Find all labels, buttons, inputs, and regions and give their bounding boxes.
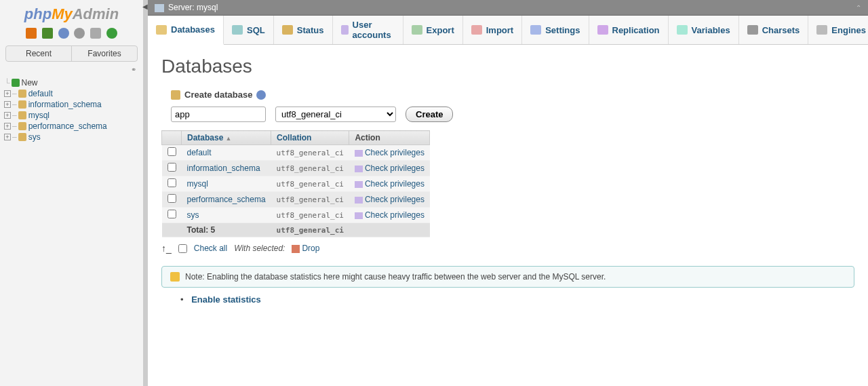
nav-charsets[interactable]: Charsets <box>739 16 809 44</box>
db-link[interactable]: information_schema <box>187 163 260 173</box>
tree-item-mysql[interactable]: +–mysql <box>4 110 139 121</box>
row-checkbox[interactable] <box>167 178 176 187</box>
nav-label: User accounts <box>353 20 395 40</box>
server-label[interactable]: Server: mysql <box>168 3 218 12</box>
check-all-link[interactable]: Check all <box>194 244 227 253</box>
expand-icon[interactable]: + <box>4 134 11 140</box>
note-box: Note: Enabling the database statistics h… <box>161 266 854 288</box>
row-collation: utf8_general_ci <box>271 192 349 208</box>
db-link[interactable]: performance_schema <box>187 195 266 204</box>
logo[interactable]: phpMyAdmin <box>0 0 143 26</box>
database-icon <box>18 100 26 109</box>
nav-import[interactable]: Import <box>463 16 522 44</box>
warning-icon <box>170 272 180 282</box>
check-privileges-link[interactable]: Check privileges <box>365 148 425 157</box>
row-collation: utf8_general_ci <box>271 176 349 192</box>
total-label: Total: 5 <box>182 223 271 237</box>
enable-stats-link[interactable]: Enable statistics <box>191 294 261 305</box>
tree-item-sys[interactable]: +–sys <box>4 132 139 142</box>
nav-status[interactable]: Status <box>274 16 333 44</box>
nav-variables[interactable]: Variables <box>669 16 739 44</box>
splitter[interactable]: ◀ <box>144 0 148 386</box>
db-tree: └New +–default+–information_schema+–mysq… <box>0 75 143 145</box>
th-database[interactable]: Database▲ <box>182 131 271 145</box>
ic-import-icon <box>471 25 482 35</box>
expand-icon[interactable]: + <box>4 123 11 130</box>
nav-label: Import <box>486 25 513 35</box>
create-button[interactable]: Create <box>406 107 453 122</box>
enable-stats-item: Enable statistics <box>161 294 854 305</box>
ic-sql-icon <box>232 25 243 35</box>
server-bar: Server: mysql ⌃ <box>148 0 868 16</box>
th-collation[interactable]: Collation <box>271 131 349 145</box>
tree-item-performance_schema[interactable]: +–performance_schema <box>4 121 139 132</box>
nav-export[interactable]: Export <box>403 16 463 44</box>
expand-icon[interactable]: + <box>4 112 11 119</box>
ic-db-icon <box>156 25 167 35</box>
drop-link[interactable]: Drop <box>302 244 319 253</box>
nav-label: Charsets <box>762 25 800 35</box>
tab-favorites[interactable]: Favorites <box>72 46 137 61</box>
nav-label: Status <box>297 25 324 35</box>
expand-icon[interactable]: + <box>4 90 11 97</box>
nav-label: Variables <box>692 25 730 35</box>
note-text: Note: Enabling the database statistics h… <box>185 272 606 282</box>
collapse-icon[interactable]: ⌃ <box>856 4 861 12</box>
nav-replication[interactable]: Replication <box>589 16 669 44</box>
new-db-icon <box>12 79 20 87</box>
tree-item-label: default <box>28 89 53 98</box>
create-db-header: Create database <box>171 90 854 100</box>
row-checkbox[interactable] <box>167 163 176 172</box>
db-name-input[interactable] <box>171 107 266 122</box>
link-chain-icon[interactable]: ⚭ <box>0 64 143 75</box>
collation-select[interactable]: utf8_general_ci <box>275 107 396 122</box>
logout-icon[interactable] <box>42 28 53 39</box>
check-privileges-link[interactable]: Check privileges <box>365 179 425 189</box>
ic-vars-icon <box>677 25 688 35</box>
row-collation: utf8_general_ci <box>271 208 349 223</box>
settings-icon[interactable] <box>74 28 85 39</box>
logo-part1: php <box>24 5 52 22</box>
tab-recent[interactable]: Recent <box>6 46 72 61</box>
ic-users-icon <box>341 25 349 35</box>
check-all-checkbox[interactable] <box>178 244 187 253</box>
nav-label: SQL <box>247 25 265 35</box>
nav-sql[interactable]: SQL <box>224 16 274 44</box>
db-link[interactable]: default <box>187 148 212 157</box>
check-privileges-link[interactable]: Check privileges <box>365 195 425 204</box>
db-link[interactable]: sys <box>187 210 199 220</box>
tree-item-label: mysql <box>28 111 50 120</box>
topnav: DatabasesSQLStatusUser accountsExportImp… <box>148 16 868 45</box>
nav-settings[interactable]: Settings <box>522 16 589 44</box>
ic-status-icon <box>282 25 293 35</box>
docs-icon[interactable] <box>58 28 69 39</box>
nav-label: Engines <box>831 25 866 35</box>
nav-engines[interactable]: Engines <box>808 16 868 44</box>
tree-item-default[interactable]: +–default <box>4 88 139 99</box>
tree-new[interactable]: └New <box>4 77 139 88</box>
row-checkbox[interactable] <box>167 210 176 218</box>
tree-item-label: performance_schema <box>28 121 107 131</box>
check-privileges-link[interactable]: Check privileges <box>365 210 425 220</box>
reload-icon[interactable] <box>106 28 117 39</box>
create-db-icon <box>171 90 180 100</box>
create-db-form: utf8_general_ci Create <box>171 107 854 122</box>
help-icon[interactable] <box>256 90 266 100</box>
privileges-icon <box>355 150 363 157</box>
sidebar-tabs: Recent Favorites <box>5 45 138 62</box>
row-checkbox[interactable] <box>167 194 176 203</box>
db-link[interactable]: mysql <box>187 179 208 189</box>
nav-user-accounts[interactable]: User accounts <box>333 16 403 44</box>
database-icon <box>18 133 26 141</box>
expand-icon[interactable]: + <box>4 101 11 108</box>
database-icon <box>18 122 26 130</box>
nav-label: Settings <box>545 25 580 35</box>
ic-charsets-icon <box>747 25 758 35</box>
home-icon[interactable] <box>26 28 37 39</box>
check-privileges-link[interactable]: Check privileges <box>365 163 425 173</box>
row-checkbox[interactable] <box>167 147 176 156</box>
nav-settings-icon[interactable] <box>90 28 101 39</box>
tree-item-information_schema[interactable]: +–information_schema <box>4 99 139 110</box>
nav-databases[interactable]: Databases <box>148 16 224 45</box>
ic-engines-icon <box>816 25 827 35</box>
